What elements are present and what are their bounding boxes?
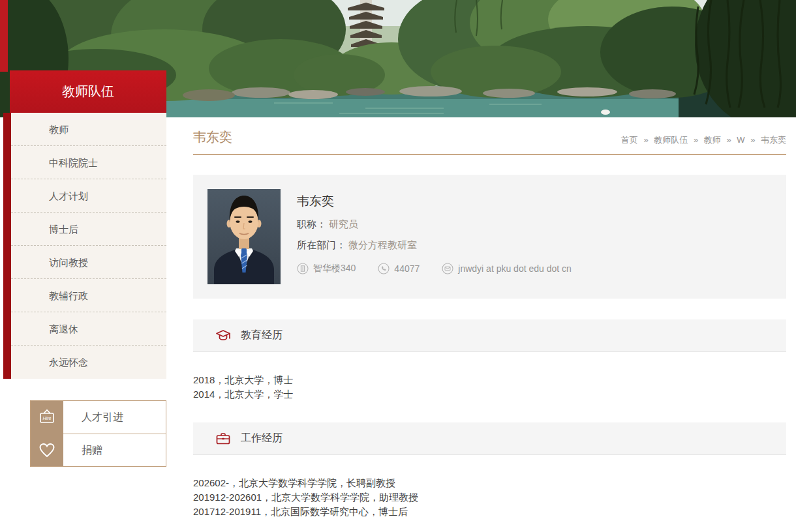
breadcrumb-separator: » bbox=[726, 135, 731, 145]
education-body: 2018，北京大学，博士 2014，北京大学，学士 bbox=[193, 352, 786, 402]
graduation-cap-icon bbox=[215, 329, 231, 343]
swan bbox=[601, 110, 610, 115]
breadcrumb-separator: » bbox=[750, 135, 755, 145]
profile-photo bbox=[207, 189, 281, 284]
donation-link[interactable]: 捐赠 bbox=[31, 434, 166, 466]
svg-text:Hire: Hire bbox=[43, 416, 52, 421]
email-contact: jnwdyi at pku dot edu dot cn bbox=[442, 263, 572, 274]
work-line: 202602-，北京大学数学科学学院，长聘副教授 bbox=[193, 476, 786, 490]
education-line: 2014，北京大学，学士 bbox=[193, 387, 786, 402]
breadcrumb-current: 韦东奕 bbox=[761, 135, 786, 145]
title-label: 职称： bbox=[297, 218, 326, 229]
email-text: jnwdyi at pku dot edu dot cn bbox=[458, 263, 572, 274]
corner-red-strip bbox=[0, 0, 8, 72]
mail-icon bbox=[442, 263, 453, 274]
work-section: 工作经历 202602-，北京大学数学科学学院，长聘副教授 201912-202… bbox=[193, 422, 786, 519]
talent-recruitment-link[interactable]: Hire 人才引进 bbox=[31, 401, 166, 434]
department-value: 微分方程教研室 bbox=[348, 239, 417, 250]
education-line: 2018，北京大学，博士 bbox=[193, 373, 786, 387]
office-contact: 智华楼340 bbox=[297, 263, 356, 274]
phone-icon bbox=[378, 263, 390, 274]
sidebar-item-in-memoriam[interactable]: 永远怀念 bbox=[11, 346, 166, 379]
breadcrumb-separator: » bbox=[694, 135, 698, 145]
department-label: 所在部门： bbox=[297, 239, 346, 250]
contact-row: 智华楼340 44077 bbox=[297, 263, 572, 274]
phone-contact: 44077 bbox=[378, 263, 420, 274]
breadcrumb-separator: » bbox=[643, 135, 648, 145]
briefcase-icon bbox=[215, 432, 231, 446]
work-header: 工作经历 bbox=[193, 422, 786, 455]
sidebar-header: 教师队伍 bbox=[10, 70, 166, 113]
work-body: 202602-，北京大学数学科学学院，长聘副教授 201912-202601，北… bbox=[193, 455, 786, 519]
breadcrumb-letter[interactable]: W bbox=[737, 135, 744, 145]
person-name: 韦东奕 bbox=[297, 193, 572, 210]
work-title: 工作经历 bbox=[241, 432, 283, 445]
faculty-profile-page: 教师队伍 教师 中科院院士 人才计划 博士后 访问教授 教辅行政 离退休 永远怀… bbox=[0, 0, 796, 532]
work-line: 201712-201911，北京国际数学研究中心，博士后 bbox=[193, 505, 786, 519]
sidebar-item-retired[interactable]: 离退休 bbox=[11, 312, 166, 346]
sidebar-accent-stripe bbox=[3, 113, 11, 379]
sidebar-item-teachers[interactable]: 教师 bbox=[11, 113, 166, 146]
sidebar-item-talent-programs[interactable]: 人才计划 bbox=[11, 179, 166, 213]
work-line: 201912-202601，北京大学数学科学学院，助理教授 bbox=[193, 490, 786, 505]
talent-recruitment-label: 人才引进 bbox=[63, 401, 166, 434]
breadcrumb-home[interactable]: 首页 bbox=[621, 135, 638, 145]
education-title: 教育经历 bbox=[241, 329, 283, 342]
office-text: 智华楼340 bbox=[313, 263, 356, 274]
heart-icon bbox=[31, 434, 63, 466]
education-section: 教育经历 2018，北京大学，博士 2014，北京大学，学士 bbox=[193, 319, 786, 402]
sidebar-item-visiting-professors[interactable]: 访问教授 bbox=[11, 246, 166, 279]
sidebar-item-cas-academicians[interactable]: 中科院院士 bbox=[11, 146, 166, 179]
sidebar-title: 教师队伍 bbox=[62, 83, 114, 100]
education-header: 教育经历 bbox=[193, 319, 786, 352]
sidebar-list: 教师 中科院院士 人才计划 博士后 访问教授 教辅行政 离退休 永远怀念 bbox=[11, 113, 166, 379]
breadcrumb-teachers[interactable]: 教师 bbox=[704, 135, 721, 145]
title-divider bbox=[193, 154, 786, 155]
breadcrumb: 首页 » 教师队伍 » 教师 » W » 韦东奕 bbox=[621, 134, 786, 146]
page-title: 韦东奕 bbox=[193, 128, 232, 146]
profile-card: 韦东奕 职称：研究员 所在部门：微分方程教研室 智华楼340 bbox=[193, 175, 786, 299]
breadcrumb-faculty[interactable]: 教师队伍 bbox=[654, 135, 688, 145]
quick-links: Hire 人才引进 捐赠 bbox=[30, 400, 166, 467]
building-icon bbox=[297, 263, 309, 274]
main-content: 韦东奕 首页 » 教师队伍 » 教师 » W » 韦东奕 bbox=[193, 128, 786, 519]
hire-sign-icon: Hire bbox=[31, 401, 63, 434]
phone-text: 44077 bbox=[394, 263, 420, 274]
sidebar-item-admin-staff[interactable]: 教辅行政 bbox=[11, 279, 166, 312]
sidebar-item-postdocs[interactable]: 博士后 bbox=[11, 213, 166, 246]
sidebar-menu: 教师 中科院院士 人才计划 博士后 访问教授 教辅行政 离退休 永远怀念 bbox=[3, 113, 166, 379]
title-value: 研究员 bbox=[329, 218, 358, 229]
donation-label: 捐赠 bbox=[63, 434, 166, 466]
